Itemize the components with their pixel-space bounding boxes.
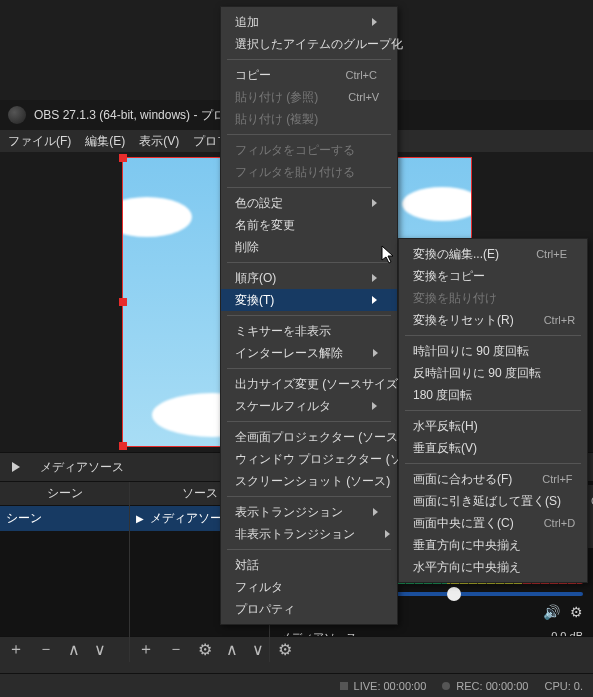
ctx-transform-item[interactable]: 画面に引き延ばして置く(S)Ctrl+S (399, 490, 587, 512)
slider-knob-icon[interactable] (447, 587, 461, 601)
ctx-transform-item[interactable]: 変換をコピー (399, 265, 587, 287)
source-down-button[interactable]: ∨ (252, 640, 264, 659)
menu-separator (405, 410, 581, 411)
ctx-main-item[interactable]: 表示トランジション (221, 501, 397, 523)
menu-item-label: 表示トランジション (235, 504, 343, 521)
ctx-main-item[interactable]: ウィンドウ プロジェクター (ソース) (221, 448, 397, 470)
menu-file[interactable]: ファイル(F) (8, 133, 71, 150)
ctx-main-item[interactable]: 追加 (221, 11, 397, 33)
ctx-transform-item: 変換を貼り付け (399, 287, 587, 309)
source-up-button[interactable]: ∧ (226, 640, 238, 659)
menu-item-label: 削除 (235, 239, 259, 256)
menu-item-label: 変換をコピー (413, 268, 485, 285)
menu-separator (227, 59, 391, 60)
menu-item-label: 画面に引き延ばして置く(S) (413, 493, 561, 510)
submenu-arrow-icon (385, 530, 390, 538)
ctx-transform-item[interactable]: 垂直反転(V) (399, 437, 587, 459)
gear-icon[interactable]: ⚙ (570, 604, 583, 620)
ctx-transform-item[interactable]: 水平方向に中央揃え (399, 556, 587, 578)
submenu-arrow-icon (372, 402, 377, 410)
live-indicator-icon (340, 682, 348, 690)
ctx-transform-item[interactable]: 画面中央に置く(C)Ctrl+D (399, 512, 587, 534)
ctx-main-item[interactable]: 順序(O) (221, 267, 397, 289)
ctx-main-item[interactable]: インターレース解除 (221, 342, 397, 364)
status-bar: LIVE: 00:00:00 REC: 00:00:00 CPU: 0. (0, 673, 593, 697)
menu-item-label: 180 度回転 (413, 387, 472, 404)
source-settings-button[interactable]: ⚙ (198, 640, 212, 659)
ctx-main-item[interactable]: 対話 (221, 554, 397, 576)
ctx-transform-item[interactable]: 垂直方向に中央揃え (399, 534, 587, 556)
menu-item-label: 変換を貼り付け (413, 290, 497, 307)
menu-item-label: 色の設定 (235, 195, 283, 212)
menu-item-label: インターレース解除 (235, 345, 343, 362)
menu-item-label: 時計回りに 90 度回転 (413, 343, 529, 360)
menu-item-label: スクリーンショット (ソース) (235, 473, 390, 490)
menu-separator (227, 315, 391, 316)
menu-separator (227, 421, 391, 422)
ctx-main-item[interactable]: 変換(T) (221, 289, 397, 311)
speaker-icon[interactable]: 🔊 (543, 604, 560, 620)
ctx-transform-item[interactable]: 変換の編集...(E)Ctrl+E (399, 243, 587, 265)
menu-shortcut: Ctrl+C (346, 69, 377, 81)
ctx-transform-item[interactable]: 水平反転(H) (399, 415, 587, 437)
menu-item-label: フィルタをコピーする (235, 142, 355, 159)
add-source-button[interactable]: ＋ (138, 639, 154, 660)
ctx-main-item[interactable]: フィルタ (221, 576, 397, 598)
menu-item-label: スケールフィルタ (235, 398, 331, 415)
menu-edit[interactable]: 編集(E) (85, 133, 125, 150)
ctx-main-item[interactable]: 色の設定 (221, 192, 397, 214)
ctx-main-item[interactable]: スケールフィルタ (221, 395, 397, 417)
ctx-main-item[interactable]: 出力サイズ変更 (ソースサイズ) (221, 373, 397, 395)
menu-shortcut: Ctrl+V (348, 91, 379, 103)
ctx-main-item[interactable]: 全画面プロジェクター (ソース) (221, 426, 397, 448)
ctx-main-item[interactable]: 選択したアイテムのグループ化 (221, 33, 397, 55)
menu-item-label: 非表示トランジション (235, 526, 355, 543)
menu-item-label: 選択したアイテムのグループ化 (235, 36, 403, 53)
remove-scene-button[interactable]: － (38, 639, 54, 660)
scene-up-button[interactable]: ∧ (68, 640, 80, 659)
menu-item-label: 貼り付け (参照) (235, 89, 318, 106)
menu-shortcut: Ctrl+R (544, 314, 575, 326)
ctx-transform-item[interactable]: 反時計回りに 90 度回転 (399, 362, 587, 384)
cpu-status: CPU: 0. (544, 680, 583, 692)
menu-item-label: 全画面プロジェクター (ソース) (235, 429, 402, 446)
scene-down-button[interactable]: ∨ (94, 640, 106, 659)
ctx-transform-item[interactable]: 画面に合わせる(F)Ctrl+F (399, 468, 587, 490)
ctx-main-item[interactable]: 削除 (221, 236, 397, 258)
menu-item-label: 垂直反転(V) (413, 440, 477, 457)
remove-source-button[interactable]: － (168, 639, 184, 660)
menu-item-label: フィルタ (235, 579, 283, 596)
menu-item-label: 反時計回りに 90 度回転 (413, 365, 541, 382)
menu-item-label: 画面中央に置く(C) (413, 515, 514, 532)
menu-item-label: 追加 (235, 14, 259, 31)
ctx-main-item[interactable]: コピーCtrl+C (221, 64, 397, 86)
scenes-header: シーン (0, 482, 129, 506)
menu-item-label: 変換の編集...(E) (413, 246, 499, 263)
ctx-main-item[interactable]: ミキサーを非表示 (221, 320, 397, 342)
selected-source-label: メディアソース (40, 459, 124, 476)
submenu-arrow-icon (372, 274, 377, 282)
add-scene-button[interactable]: ＋ (8, 639, 24, 660)
ctx-main-item[interactable]: 名前を変更 (221, 214, 397, 236)
menu-item-label: 変換をリセット(R) (413, 312, 514, 329)
context-menu-main: 追加選択したアイテムのグループ化コピーCtrl+C貼り付け (参照)Ctrl+V… (220, 6, 398, 625)
ctx-transform-item[interactable]: 180 度回転 (399, 384, 587, 406)
menu-item-label: 対話 (235, 557, 259, 574)
ctx-transform-item[interactable]: 変換をリセット(R)Ctrl+R (399, 309, 587, 331)
ctx-main-item: 貼り付け (複製) (221, 108, 397, 130)
scene-list-item[interactable]: シーン (0, 506, 129, 531)
ctx-main-item: フィルタを貼り付ける (221, 161, 397, 183)
ctx-transform-item[interactable]: 時計回りに 90 度回転 (399, 340, 587, 362)
menu-item-label: コピー (235, 67, 271, 84)
ctx-main-item: 貼り付け (参照)Ctrl+V (221, 86, 397, 108)
ctx-main-item[interactable]: スクリーンショット (ソース) (221, 470, 397, 492)
menu-item-label: 貼り付け (複製) (235, 111, 318, 128)
mixer-settings-button[interactable]: ⚙ (278, 640, 292, 659)
play-icon[interactable] (12, 462, 20, 472)
ctx-main-item[interactable]: 非表示トランジション (221, 523, 397, 545)
menu-view[interactable]: 表示(V) (139, 133, 179, 150)
submenu-arrow-icon (373, 508, 378, 516)
ctx-main-item[interactable]: プロパティ (221, 598, 397, 620)
menu-item-label: 水平方向に中央揃え (413, 559, 521, 576)
mixer-channel: メディアソース0.0 dB🔊⚙ (270, 624, 593, 636)
